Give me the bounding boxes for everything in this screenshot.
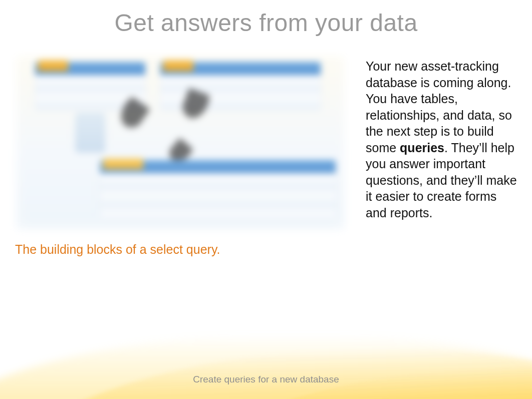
slide-title: Get answers from your data [0, 9, 532, 37]
result-table-graphic [100, 160, 336, 218]
left-column: The building blocks of a select query. [15, 55, 346, 257]
illustration-caption: The building blocks of a select query. [15, 242, 346, 257]
query-illustration [15, 55, 346, 230]
footer-text: Create queries for a new database [0, 374, 532, 385]
body-paragraph: Your new asset-tracking database is comi… [366, 55, 517, 221]
body-text-bold: queries [400, 141, 444, 155]
right-column: Your new asset-tracking database is comi… [366, 55, 517, 257]
slide: Get answers from your data The building … [0, 0, 532, 399]
content-area: The building blocks of a select query. Y… [15, 55, 517, 257]
